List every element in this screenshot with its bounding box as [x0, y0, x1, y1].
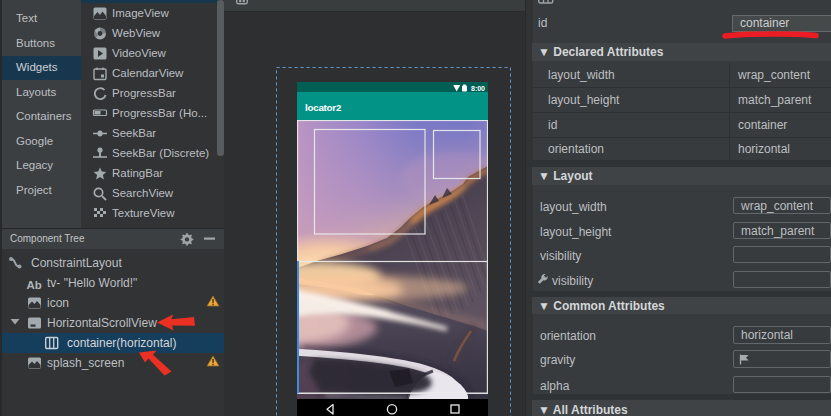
svg-text:8:00: 8:00	[471, 85, 485, 92]
